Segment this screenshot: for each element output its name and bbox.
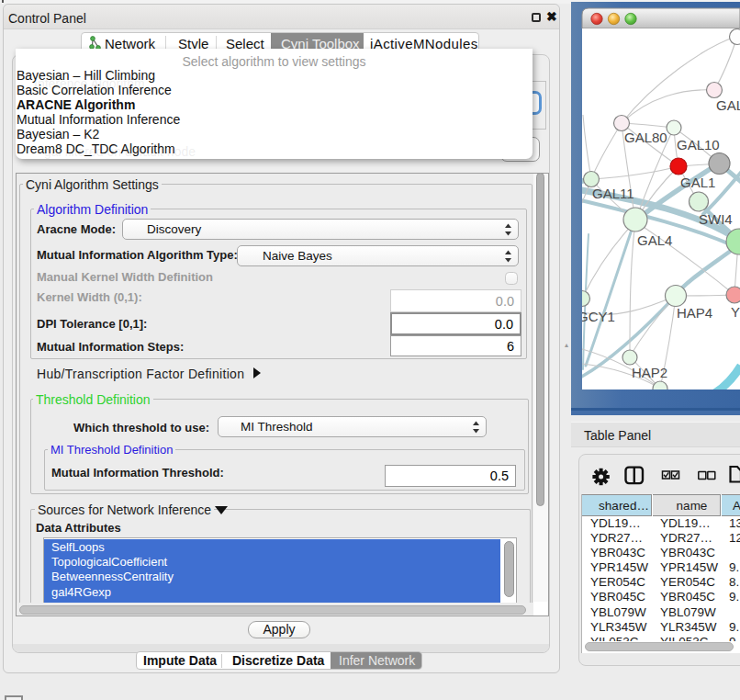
svg-text:GAL80: GAL80 [624,130,667,145]
svg-text:GAL1: GAL1 [680,175,715,190]
svg-text:HAP2: HAP2 [632,365,667,380]
svg-text:SWI4: SWI4 [699,211,733,227]
svg-text:GAL10: GAL10 [677,137,720,152]
svg-text:GAL7: GAL7 [716,97,740,113]
svg-text:GCY1: GCY1 [577,309,615,324]
svg-text:GAL4: GAL4 [637,232,672,248]
svg-text:Y: Y [731,304,740,320]
svg-text:GAL11: GAL11 [592,186,634,201]
svg-text:HAP4: HAP4 [677,305,712,321]
